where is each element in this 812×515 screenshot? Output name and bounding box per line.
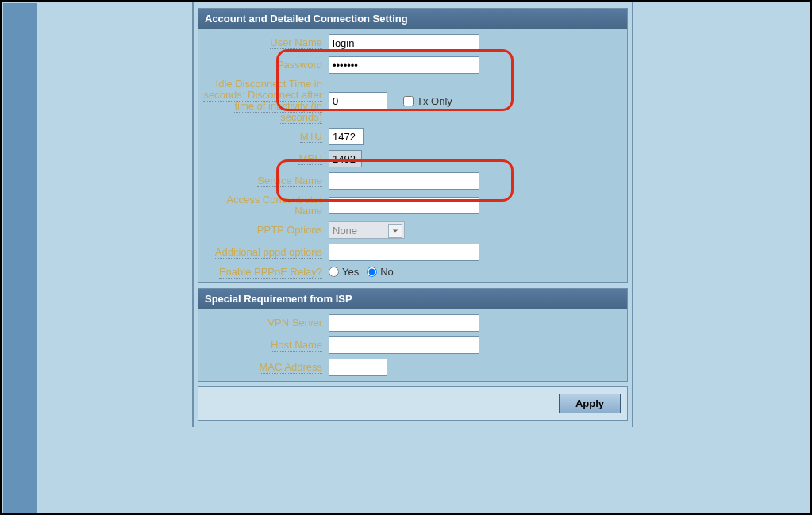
label-mac-address: MAC Address [260,361,322,374]
label-pppd-options: Additional pppd options [215,246,322,259]
service-name-input[interactable] [329,172,479,190]
row-service-name: Service Name [198,170,627,192]
password-input[interactable] [329,56,479,74]
tx-only-checkbox[interactable] [403,96,414,106]
pptp-options-value: None [333,225,357,236]
label-mru: MRU [298,152,322,165]
ac-name-input[interactable] [329,197,479,214]
label-mtu: MTU [300,130,322,143]
mru-input[interactable] [329,150,362,167]
row-ac-name: Access ConcentratorName [198,192,627,219]
label-user-name: User Name [270,37,322,49]
account-section-header: Account and Detailed Connection Setting [198,9,627,29]
isp-section-header: Special Requirement from ISP [198,289,627,309]
account-section-body: User Name Password Idle Disconnect Time … [198,29,627,282]
chevron-down-icon [388,224,402,238]
label-pptp-options: PPTP Options [257,224,322,236]
row-pptp-options: PPTP Options None [198,219,627,241]
sidebar [3,3,37,513]
label-password: Password [277,59,322,71]
idle-input[interactable] [329,92,387,110]
isp-section-body: VPN Server Host Name MAC Address [198,309,627,381]
label-service-name: Service Name [257,175,322,187]
row-password: Password [198,54,627,76]
row-enable-relay: Enable PPPoE Relay? Yes No [198,263,627,280]
pppd-options-input[interactable] [329,244,479,261]
row-mac-address: MAC Address [198,356,627,379]
label-no: No [380,266,394,278]
row-idle: Idle Disconnect Time in seconds: Disconn… [198,76,627,125]
relay-no-radio[interactable] [367,267,377,277]
host-name-input[interactable] [329,336,479,354]
label-idle: Idle Disconnect Time in seconds: Disconn… [198,79,327,123]
label-host-name: Host Name [271,339,322,352]
label-vpn-server: VPN Server [267,317,322,329]
row-vpn-server: VPN Server [198,312,627,334]
row-mru: MRU [198,148,627,170]
row-pppd-options: Additional pppd options [198,241,627,263]
button-bar: Apply [198,386,628,421]
label-ac-name: Access ConcentratorName [226,194,322,217]
label-yes: Yes [342,266,359,278]
label-enable-relay: Enable PPPoE Relay? [219,266,322,279]
user-name-input[interactable] [329,34,479,52]
relay-yes-radio[interactable] [329,267,339,277]
pptp-options-select[interactable]: None [329,221,405,239]
label-tx-only: Tx Only [417,95,452,107]
mac-address-input[interactable] [329,359,387,376]
vpn-server-input[interactable] [329,314,479,332]
mtu-input[interactable] [329,128,364,145]
main-content: Account and Detailed Connection Setting … [192,2,633,427]
row-host-name: Host Name [198,334,627,356]
viewport: Account and Detailed Connection Setting … [0,0,812,515]
row-mtu: MTU [198,125,627,148]
apply-button[interactable]: Apply [559,394,621,413]
row-user-name: User Name [198,32,627,54]
isp-section: Special Requirement from ISP VPN Server … [198,288,628,382]
account-section: Account and Detailed Connection Setting … [198,8,628,283]
